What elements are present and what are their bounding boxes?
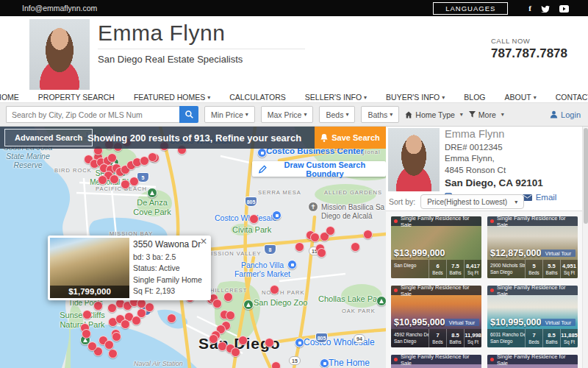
poi-marker-icon[interactable] <box>320 358 329 368</box>
property-pin[interactable] <box>148 152 157 162</box>
property-pin[interactable] <box>317 248 326 258</box>
facebook-icon[interactable]: f <box>528 4 531 13</box>
map-canvas[interactable]: South La Jolla State Marine ReserveJolla… <box>0 127 386 368</box>
listing-beds: 7Beds <box>429 329 446 347</box>
property-pin[interactable] <box>326 226 335 236</box>
property-pin[interactable] <box>121 319 130 329</box>
church-marker-icon[interactable]: ✝ <box>308 202 318 212</box>
poi-marker-icon[interactable] <box>295 338 304 347</box>
property-pin[interactable] <box>132 316 141 325</box>
draw-boundary-button[interactable]: Draw Custom Search Boundary <box>252 161 386 177</box>
save-search-button[interactable]: Save Search <box>315 127 386 149</box>
virtual-tour-badge[interactable]: Virtual Tour <box>541 319 576 326</box>
park-marker-icon[interactable] <box>243 300 254 310</box>
property-pin[interactable] <box>209 334 218 344</box>
property-pin[interactable] <box>108 349 118 358</box>
property-pin[interactable] <box>82 329 91 339</box>
login-link[interactable]: Login <box>550 110 581 119</box>
property-pin[interactable] <box>104 340 114 350</box>
nav-item-home[interactable]: HOME <box>0 93 19 102</box>
nav-item-featured-homes[interactable]: FEATURED HOMES▾ <box>134 93 210 102</box>
filter-dropdown-baths[interactable]: Baths▾ <box>361 106 399 123</box>
nav-item-calculators[interactable]: CALCULATORS <box>229 93 286 102</box>
property-pin[interactable] <box>310 233 320 242</box>
virtual-tour-badge[interactable]: Virtual Tour <box>541 250 576 257</box>
property-pin[interactable] <box>98 175 107 185</box>
map-label-san-diego-zoo: San Diego Zoo <box>254 298 307 308</box>
listing-baths: 7.5Baths <box>446 260 464 278</box>
property-pin[interactable] <box>238 336 248 345</box>
property-pin[interactable] <box>271 361 281 368</box>
property-pin[interactable] <box>93 301 103 311</box>
agent-name: Emma Flynn <box>445 128 556 140</box>
property-pin[interactable] <box>107 153 117 163</box>
property-pin[interactable] <box>231 347 240 357</box>
park-marker-icon[interactable] <box>376 296 386 306</box>
poi-marker-icon[interactable] <box>272 210 282 220</box>
property-pin[interactable] <box>249 214 259 224</box>
email-label: Email <box>536 193 557 202</box>
contact-email[interactable]: Info@emmaflynn.com <box>22 4 97 13</box>
languages-button[interactable]: LANGUAGES <box>433 2 508 15</box>
property-pin[interactable] <box>295 242 304 252</box>
property-pin[interactable] <box>212 299 222 308</box>
property-pin[interactable] <box>110 174 119 184</box>
chevron-down-icon: ▾ <box>245 111 248 118</box>
nav-item-buyer-s-info[interactable]: BUYER'S INFO▾ <box>386 93 445 102</box>
close-icon[interactable]: ✕ <box>200 237 207 246</box>
listing-info-strip: 6031 Rancho Del MaSan Diego 7Beds 8.5Bat… <box>487 329 578 347</box>
filter-dropdown-min-price[interactable]: Min Price▾ <box>204 106 255 123</box>
map-label-civita-park: Civita Park <box>232 225 271 235</box>
youtube-icon[interactable] <box>559 4 569 12</box>
property-pin[interactable] <box>363 230 373 239</box>
popup-address[interactable]: 3550 Wawona Dr , S... <box>133 239 201 250</box>
nav-item-property-search[interactable]: PROPERTY SEARCH <box>38 93 115 102</box>
virtual-tour-badge[interactable]: Virtual Tour <box>445 319 479 326</box>
property-pin[interactable] <box>265 338 274 347</box>
property-pin[interactable] <box>145 302 154 312</box>
search-button[interactable] <box>179 106 198 123</box>
sort-dropdown[interactable]: Price(Highest to Lowest) ▾ <box>420 194 524 209</box>
property-pin[interactable] <box>351 242 360 252</box>
listing-price: $13,999,000 <box>394 248 445 258</box>
popup-photo: $1,799,000 <box>50 238 129 298</box>
property-pin[interactable] <box>270 285 279 294</box>
more-filter[interactable]: More▾ <box>469 106 504 123</box>
twitter-icon[interactable] <box>541 4 550 12</box>
sidebar-scrollbar[interactable] <box>582 127 588 368</box>
home-type-label: Home Type <box>415 110 455 119</box>
map-label-chollas-lake-park: Chollas Lake Park <box>318 294 384 304</box>
agent-email-link[interactable]: Email <box>523 193 557 202</box>
listing-card[interactable]: Single Family Residence for Sale $10,995… <box>487 286 578 347</box>
property-pin[interactable] <box>167 314 176 323</box>
listing-card[interactable]: Single Family Residence for Sale <box>487 355 578 368</box>
listing-card[interactable]: Single Family Residence for Sale <box>391 355 481 368</box>
property-pin[interactable] <box>82 310 92 319</box>
property-pin[interactable] <box>226 311 235 320</box>
scrollbar-thumb[interactable] <box>584 128 588 224</box>
search-input[interactable] <box>6 106 179 123</box>
listing-banner: Single Family Residence for Sale <box>391 216 481 226</box>
listing-card[interactable]: Single Family Residence for Sale $13,999… <box>391 216 481 278</box>
header-phone-number[interactable]: 787.787.7878 <box>491 46 567 61</box>
nav-item-blog[interactable]: BLOG <box>464 93 485 102</box>
listing-card[interactable]: Single Family Residence for Sale $10,995… <box>391 286 481 347</box>
park-marker-icon[interactable] <box>147 188 157 198</box>
listing-address: 4592 Rancho Del Ma...San Diego <box>391 329 429 347</box>
nav-item-contact[interactable]: CONTACT <box>556 93 588 102</box>
home-type-filter[interactable]: Home Type▾ <box>405 106 463 123</box>
listing-card[interactable]: Single Family Residence for Sale $12,875… <box>487 216 578 278</box>
property-pin[interactable] <box>129 177 139 186</box>
property-pin[interactable] <box>223 292 233 302</box>
sort-value: Price(Highest to Lowest) <box>427 198 507 206</box>
filter-dropdown-beds[interactable]: Beds▾ <box>319 106 355 123</box>
property-pin[interactable] <box>87 342 97 351</box>
filter-dropdown-max-price[interactable]: Max Price▾ <box>261 106 314 123</box>
listing-beds: 5Beds <box>525 260 542 278</box>
property-pin[interactable] <box>112 332 121 342</box>
nav-item-seller-s-info[interactable]: SELLER'S INFO▾ <box>305 93 367 102</box>
poi-marker-icon[interactable] <box>287 260 297 269</box>
map-label-costco-wholesale: Costco Wholesale <box>215 213 277 222</box>
nav-item-about[interactable]: ABOUT▾ <box>505 93 537 102</box>
chevron-down-icon: ▾ <box>364 94 367 101</box>
